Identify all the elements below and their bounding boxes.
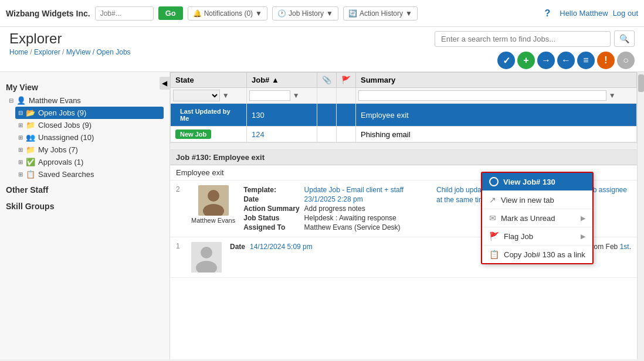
bell-icon: 🔔	[193, 9, 202, 18]
col-header-attach: 📎	[317, 73, 337, 88]
context-menu-mark-unread[interactable]: ✉ Mark as Unread ▶	[482, 209, 592, 227]
my-view-title: My View	[6, 78, 164, 94]
brand-name: Wizbang Widgets Inc.	[6, 9, 90, 18]
state-cell: Last Updated by Me	[171, 104, 247, 127]
checkmark-tool-button[interactable]: ✓	[497, 52, 515, 69]
filter-state[interactable]: ▼	[171, 88, 247, 104]
sidebar-collapse-button[interactable]: ◀	[160, 77, 170, 90]
header: Wizbang Widgets Inc. Go 🔔 Notifications …	[0, 0, 644, 27]
avatar	[198, 185, 229, 216]
add-tool-button[interactable]: +	[517, 52, 535, 69]
horizontal-scrollbar[interactable]	[170, 142, 637, 149]
action-details: Date 14/12/2024 5:09 pm	[228, 242, 509, 251]
table-row[interactable]: New Job 124 Phishing email	[171, 127, 637, 142]
expand-icon: ⊞	[18, 171, 23, 178]
sidebar-item-open-jobs[interactable]: ⊟ 📂 Open Jobs (9)	[15, 107, 164, 119]
svg-point-1	[208, 190, 219, 202]
svg-point-4	[201, 247, 212, 258]
breadcrumb-explorer[interactable]: Explorer	[34, 48, 60, 56]
state-cell: New Job	[171, 127, 247, 142]
date-label: Date	[241, 195, 301, 204]
flag-icon: 🚩	[341, 76, 351, 84]
date-value: 23/1/2025 2:28 pm	[302, 195, 406, 204]
other-staff-section[interactable]: Other Staff	[0, 180, 170, 197]
avatar-name: Matthew Evans	[191, 217, 235, 224]
copy-icon: 📋	[489, 250, 499, 259]
save-icon: 📋	[26, 170, 35, 179]
approval-icon: ✅	[26, 158, 35, 166]
date-value: 14/12/2024 5:09 pm	[248, 242, 315, 251]
state-filter-select[interactable]	[173, 90, 220, 101]
action-summary-value: Add progress notes	[302, 204, 406, 213]
forward-tool-button[interactable]: →	[537, 52, 555, 69]
template-value: Update Job - Email client + staff	[302, 185, 406, 195]
job-status-label: Job Status	[241, 213, 301, 223]
back-tool-button[interactable]: ←	[557, 52, 575, 69]
filter-icon[interactable]: ▼	[293, 91, 300, 100]
sidebar-item-my-jobs[interactable]: ⊞ 📁 My Jobs (7)	[15, 144, 164, 156]
expand-icon: ⊞	[18, 159, 23, 165]
vertical-scrollbar[interactable]	[637, 72, 644, 359]
sidebar-item-approvals[interactable]: ⊞ ✅ Approvals (1)	[15, 156, 164, 168]
job-number-link[interactable]: 124	[252, 130, 265, 139]
help-icon: ?	[544, 8, 550, 19]
col-header-flag: 🚩	[337, 73, 356, 88]
external-link-icon: ↗	[489, 195, 496, 205]
go-button[interactable]: Go	[158, 6, 183, 20]
expand-icon: ⊟	[9, 97, 13, 104]
action-summary-label: Action Summary	[241, 204, 301, 213]
search-button[interactable]: 🔍	[614, 30, 635, 47]
filter-icon[interactable]: ▼	[222, 91, 229, 100]
search-input[interactable]	[435, 31, 611, 47]
breadcrumb-home[interactable]: Home	[9, 48, 28, 56]
state-badge: New Job	[175, 130, 211, 139]
chevron-down-icon: ▼	[255, 9, 262, 18]
clock-icon: 🕐	[277, 9, 286, 18]
submenu-arrow: ▶	[581, 233, 585, 240]
context-menu: View Job# 130 ↗ View in new tab ✉ Mark a…	[481, 172, 594, 264]
folder-open-icon: 📂	[26, 108, 35, 117]
context-menu-view-new-tab[interactable]: ↗ View in new tab	[482, 191, 592, 209]
sidebar-item-matthew-evans[interactable]: ⊟ 👤 Matthew Evans	[6, 94, 164, 107]
filter-icon[interactable]: ▼	[609, 91, 616, 100]
folder-icon: 📁	[26, 121, 35, 130]
sidebar-item-closed-jobs[interactable]: ⊞ 📁 Closed Jobs (9)	[15, 119, 164, 131]
action-history-button[interactable]: 🔄 Action History ▼	[343, 6, 418, 21]
job-status-value: Helpdesk : Awaiting response	[302, 213, 406, 223]
assigned-to-label: Assigned To	[241, 223, 301, 232]
job-number-input[interactable]	[95, 6, 154, 21]
notifications-button[interactable]: 🔔 Notifications (0) ▼	[188, 6, 267, 21]
attach-cell	[317, 104, 337, 127]
disabled-tool-button: ○	[617, 52, 635, 69]
hello-link[interactable]: Hello Matthew	[560, 9, 608, 18]
table-row[interactable]: Last Updated by Me 130 Employee exit	[171, 104, 637, 127]
expand-icon: ⊟	[18, 110, 23, 116]
col-header-state: State	[171, 73, 247, 88]
help-button[interactable]: ?	[540, 6, 555, 21]
context-menu-flag-job[interactable]: 🚩 Flag Job ▶	[482, 227, 592, 246]
summary-filter-input[interactable]	[358, 90, 606, 101]
logout-link[interactable]: Log out	[613, 9, 638, 18]
context-menu-copy-link[interactable]: 📋 Copy Job# 130 as a link	[482, 246, 592, 263]
sidebar-item-saved-searches[interactable]: ⊞ 📋 Saved Searches	[15, 168, 164, 180]
state-badge: Last Updated by Me	[175, 107, 242, 123]
filter-job[interactable]: ▼	[247, 88, 317, 104]
expand-icon: ⊞	[18, 147, 23, 153]
context-menu-header[interactable]: View Job# 130	[482, 173, 592, 191]
job-num-cell[interactable]: 124	[247, 127, 317, 142]
flag-cell	[337, 127, 356, 142]
submenu-arrow: ▶	[581, 214, 585, 222]
summary-cell: Employee exit	[356, 104, 637, 127]
alert-tool-button[interactable]: !	[597, 52, 615, 69]
job-history-button[interactable]: 🕐 Job History ▼	[272, 6, 338, 21]
flag-icon: 🚩	[489, 231, 499, 241]
avatar	[191, 242, 222, 273]
menu-tool-button[interactable]: ≡	[577, 52, 595, 69]
job-filter-input[interactable]	[249, 90, 290, 101]
skill-groups-section[interactable]: Skill Groups	[0, 197, 170, 213]
flag-cell	[337, 104, 356, 127]
filter-summary[interactable]: ▼	[356, 88, 637, 104]
sidebar-item-unassigned[interactable]: ⊞ 👥 Unassigned (10)	[15, 131, 164, 144]
paperclip-icon: 📎	[322, 76, 331, 84]
job-num-cell[interactable]: 130	[247, 104, 317, 127]
